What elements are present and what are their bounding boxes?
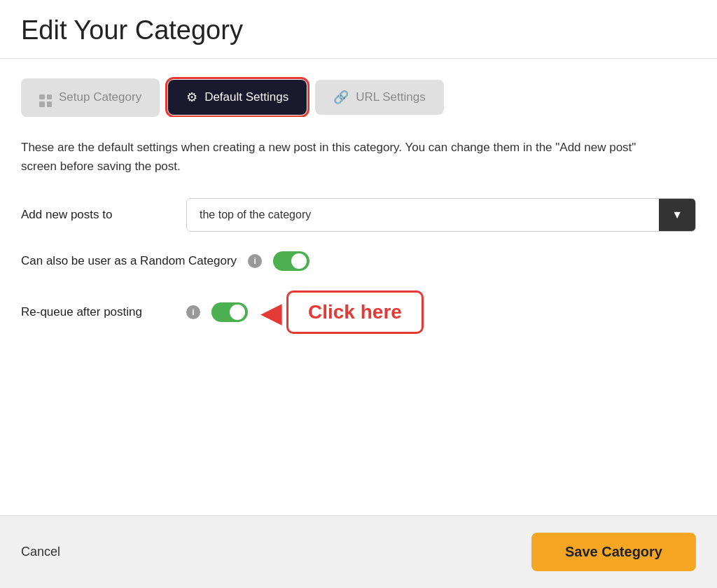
add-new-posts-label: Add new posts to: [21, 208, 175, 222]
toggle-track: [273, 251, 309, 271]
dropdown-arrow-icon[interactable]: ▼: [659, 199, 695, 231]
header: Edit Your Category: [0, 0, 717, 59]
random-category-label: Can also be user as a Random Category: [21, 254, 237, 268]
tab-default-settings[interactable]: ⚙ Default Settings: [168, 80, 307, 115]
random-category-row: Can also be user as a Random Category i: [21, 251, 696, 271]
description-text: These are the default settings when crea…: [21, 138, 651, 176]
page-container: Edit Your Category Setup Category ⚙ Defa…: [0, 0, 717, 588]
red-arrow-icon: ◀: [260, 296, 282, 328]
requeue-toggle-thumb: [230, 304, 245, 320]
content-area: These are the default settings when crea…: [0, 117, 717, 516]
tab-setup-category[interactable]: Setup Category: [21, 78, 160, 117]
add-new-posts-row: Add new posts to the top of the category…: [21, 198, 696, 232]
requeue-annotation-row: Re-queue after posting i ◀ Click here: [21, 290, 696, 334]
requeue-info-icon[interactable]: i: [186, 305, 200, 319]
tab-url-label: URL Settings: [356, 90, 426, 104]
footer: Cancel Save Category: [0, 515, 717, 588]
requeue-label: Re-queue after posting: [21, 305, 175, 319]
click-here-box: Click here: [286, 290, 424, 334]
page-title: Edit Your Category: [21, 15, 696, 46]
requeue-row: Re-queue after posting i: [21, 302, 248, 322]
toggle-thumb: [291, 253, 307, 269]
tabs-section: Setup Category ⚙ Default Settings 🔗 URL …: [0, 59, 717, 117]
random-category-toggle[interactable]: [273, 251, 309, 271]
requeue-toggle-track: [211, 302, 248, 322]
arrow-annotation: ◀ Click here: [260, 290, 424, 334]
add-new-posts-dropdown[interactable]: the top of the category ▼: [186, 198, 696, 232]
dropdown-value: the top of the category: [187, 199, 659, 231]
tab-url-settings[interactable]: 🔗 URL Settings: [315, 80, 444, 115]
save-category-button[interactable]: Save Category: [531, 533, 696, 571]
random-category-info-icon[interactable]: i: [248, 254, 262, 268]
tabs-row: Setup Category ⚙ Default Settings 🔗 URL …: [21, 78, 696, 117]
cancel-link[interactable]: Cancel: [21, 545, 60, 559]
grid-icon: [39, 88, 52, 107]
tab-default-label: Default Settings: [204, 90, 288, 104]
link-icon: 🔗: [333, 90, 349, 105]
tab-setup-label: Setup Category: [59, 90, 141, 104]
gear-icon: ⚙: [186, 90, 197, 105]
requeue-toggle[interactable]: [211, 302, 248, 322]
